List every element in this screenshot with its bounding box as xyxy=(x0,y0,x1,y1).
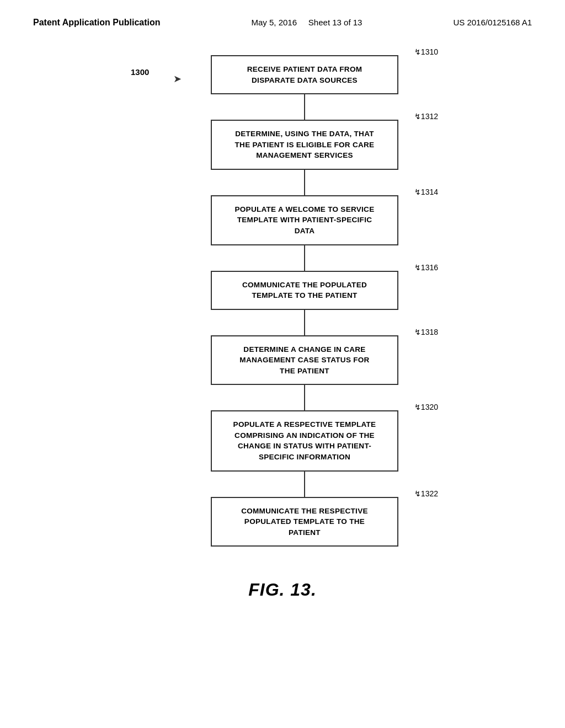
figure-caption: FIG. 13. xyxy=(248,580,317,600)
step-label-1312: ↯1312 xyxy=(414,112,438,121)
publication-title: Patent Application Publication xyxy=(33,18,161,28)
page-header: Patent Application Publication May 5, 20… xyxy=(0,0,565,28)
step-1322-container: ↯1322 COMMUNICATE THE RESPECTIVE POPULAT… xyxy=(211,497,398,547)
step-box-1322: COMMUNICATE THE RESPECTIVE POPULATED TEM… xyxy=(211,497,398,547)
step-label-1310: ↯1310 xyxy=(414,47,438,56)
connector-4 xyxy=(304,310,305,335)
start-label: 1300 xyxy=(131,67,149,77)
step-1320-container: ↯1320 POPULATE A RESPECTIVE TEMPLATE COM… xyxy=(211,410,398,471)
step-1310-container: ↯1310 RECEIVE PATIENT DATA FROM DISPARAT… xyxy=(211,55,398,94)
flowchart-diagram: 1300 ➤ ↯1310 RECEIVE PATIENT DATA FROM D… xyxy=(0,55,565,600)
connector-2 xyxy=(304,170,305,195)
connector-6 xyxy=(304,472,305,497)
step-1316-container: ↯1316 COMMUNICATE THE POPULATED TEMPLATE… xyxy=(211,271,398,310)
step-label-1322: ↯1322 xyxy=(414,489,438,498)
publication-date: May 5, 2016 Sheet 13 of 13 xyxy=(251,18,362,27)
patent-number: US 2016/0125168 A1 xyxy=(453,18,532,27)
connector-1 xyxy=(304,94,305,120)
step-label-1314: ↯1314 xyxy=(414,188,438,196)
step-1314-container: ↯1314 POPULATE A WELCOME TO SERVICE TEMP… xyxy=(211,195,398,245)
step-box-1312: DETERMINE, USING THE DATA, THAT THE PATI… xyxy=(211,120,398,170)
step-box-1318: DETERMINE A CHANGE IN CARE MANAGEMENT CA… xyxy=(211,335,398,386)
step-box-1310: RECEIVE PATIENT DATA FROM DISPARATE DATA… xyxy=(211,55,398,94)
step-box-1320: POPULATE A RESPECTIVE TEMPLATE COMPRISIN… xyxy=(211,410,398,471)
step-1318-container: ↯1318 DETERMINE A CHANGE IN CARE MANAGEM… xyxy=(211,335,398,386)
step-box-1316: COMMUNICATE THE POPULATED TEMPLATE TO TH… xyxy=(211,271,398,310)
step-box-1314: POPULATE A WELCOME TO SERVICE TEMPLATE W… xyxy=(211,195,398,245)
step-label-1316: ↯1316 xyxy=(414,263,438,272)
step-label-1318: ↯1318 xyxy=(414,328,438,336)
start-arrow: ➤ xyxy=(173,73,182,85)
connector-5 xyxy=(304,385,305,410)
step-label-1320: ↯1320 xyxy=(414,403,438,411)
flow-wrapper: 1300 ➤ ↯1310 RECEIVE PATIENT DATA FROM D… xyxy=(211,55,398,547)
step-1312-container: ↯1312 DETERMINE, USING THE DATA, THAT TH… xyxy=(211,120,398,170)
connector-3 xyxy=(304,245,305,271)
